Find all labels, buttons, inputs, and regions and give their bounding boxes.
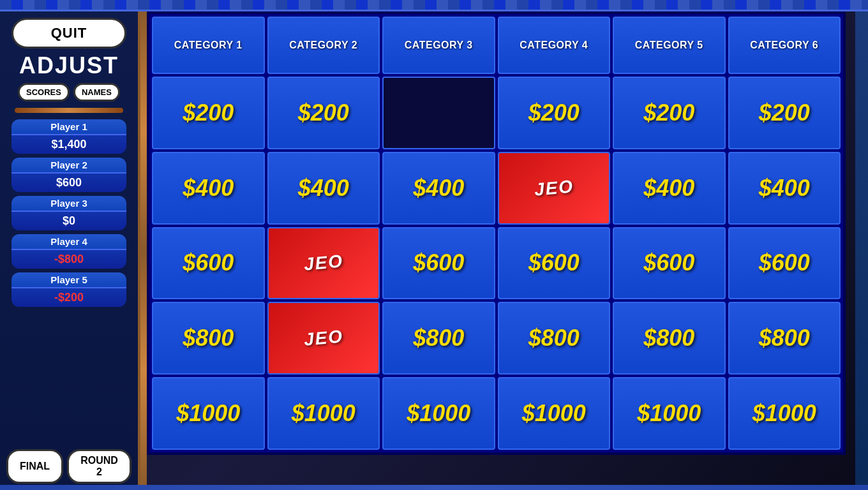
money-value-r1-c4: $200 — [528, 100, 580, 126]
player-3-score: $0 — [11, 211, 126, 230]
jeopardy-logo: JEO — [269, 303, 379, 373]
player-2-name: Player 2 — [11, 158, 126, 172]
quit-button[interactable]: QUIT — [11, 18, 126, 48]
money-value-r3-c5: $600 — [643, 249, 694, 276]
category-text-5: CATEGORY 5 — [635, 39, 703, 52]
category-text-3: CATEGORY 3 — [405, 39, 473, 52]
player-5-score: -$200 — [11, 287, 126, 307]
money-value-r3-c4: $600 — [528, 249, 580, 276]
bottom-strip — [0, 485, 868, 490]
category-text-6: CATEGORY 6 — [750, 39, 818, 52]
right-decoration — [855, 11, 868, 490]
money-cell-r3-c4[interactable]: $600 — [498, 227, 611, 300]
sidebar: QUIT ADJUST SCORES NAMES Player 1 $1,400… — [0, 11, 140, 490]
round2-button[interactable]: ROUND 2 — [67, 449, 131, 484]
player-5-name: Player 5 — [11, 272, 126, 287]
money-cell-r2-c6[interactable]: $400 — [728, 152, 841, 225]
player-card-1[interactable]: Player 1 $1,400 — [11, 119, 126, 154]
jeopardy-logo-text: JEO — [303, 327, 344, 350]
category-text-2: CATEGORY 2 — [289, 39, 357, 52]
money-cell-r1-c1[interactable]: $200 — [152, 77, 265, 149]
money-cell-r5-c4[interactable]: $1000 — [498, 377, 611, 450]
money-value-r5-c4: $1000 — [522, 400, 586, 427]
money-value-r5-c3: $1000 — [407, 400, 470, 427]
scores-button[interactable]: SCORES — [18, 83, 70, 101]
player-4-score: -$800 — [11, 249, 126, 269]
player-4-name: Player 4 — [11, 234, 126, 249]
money-value-r3-c6: $600 — [759, 249, 810, 276]
player-card-3[interactable]: Player 3 $0 — [11, 196, 126, 230]
category-header-5: CATEGORY 5 — [613, 17, 726, 74]
money-value-r5-c5: $1000 — [637, 400, 701, 427]
top-strip — [0, 0, 868, 11]
money-value-r1-c6: $200 — [759, 100, 810, 126]
player-card-5[interactable]: Player 5 -$200 — [11, 272, 126, 307]
money-value-r5-c1: $1000 — [176, 400, 240, 427]
money-cell-r2-c1[interactable]: $400 — [152, 152, 265, 225]
money-cell-r5-c5[interactable]: $1000 — [613, 377, 726, 450]
money-value-r4-c6: $800 — [759, 325, 810, 352]
money-value-r5-c6: $1000 — [752, 400, 816, 427]
money-cell-r4-c3[interactable]: $800 — [382, 302, 495, 375]
money-cell-r4-c4[interactable]: $800 — [498, 302, 611, 375]
money-value-r4-c5: $800 — [643, 325, 694, 352]
money-cell-r1-c2[interactable]: $200 — [267, 77, 380, 149]
money-cell-r2-c2[interactable]: $400 — [267, 152, 380, 225]
money-value-r4-c4: $800 — [528, 325, 580, 352]
jeopardy-logo: JEO — [499, 153, 610, 223]
adjust-label: ADJUST — [19, 52, 119, 79]
category-header-2: CATEGORY 2 — [267, 17, 380, 74]
money-value-r2-c3: $400 — [413, 175, 464, 202]
money-cell-r3-c1[interactable]: $600 — [152, 227, 265, 300]
money-value-r4-c1: $800 — [183, 325, 234, 352]
money-value-r1-c1: $200 — [183, 100, 234, 126]
player-3-name: Player 3 — [11, 196, 126, 211]
money-cell-r5-c1[interactable]: $1000 — [152, 377, 265, 450]
jeopardy-logo-text: JEO — [303, 251, 344, 275]
jeopardy-logo-text: JEO — [533, 176, 574, 200]
player-card-2[interactable]: Player 2 $600 — [11, 158, 126, 192]
money-value-r3-c3: $600 — [413, 249, 464, 276]
category-text-4: CATEGORY 4 — [520, 39, 588, 52]
money-value-r2-c6: $400 — [759, 175, 810, 202]
money-cell-r1-c3[interactable] — [382, 77, 495, 149]
money-cell-r4-c5[interactable]: $800 — [613, 302, 726, 375]
money-cell-r1-c6[interactable]: $200 — [728, 77, 841, 149]
money-cell-r2-c4[interactable]: JEO — [498, 152, 611, 225]
money-cell-r2-c3[interactable]: $400 — [382, 152, 495, 225]
money-value-r2-c2: $400 — [298, 175, 349, 202]
category-header-6: CATEGORY 6 — [728, 17, 841, 74]
player-card-4[interactable]: Player 4 -$800 — [11, 234, 126, 269]
money-cell-r3-c2[interactable]: JEO — [267, 227, 380, 300]
money-value-r5-c2: $1000 — [292, 400, 355, 427]
money-value-r4-c3: $800 — [413, 325, 464, 352]
bottom-nav-row: FINAL ROUND 2 — [6, 449, 131, 484]
money-cell-r5-c6[interactable]: $1000 — [728, 377, 841, 450]
separator-1 — [15, 108, 123, 113]
game-board: CATEGORY 1CATEGORY 2CATEGORY 3CATEGORY 4… — [147, 11, 846, 455]
money-cell-r5-c3[interactable]: $1000 — [382, 377, 495, 450]
money-cell-r1-c5[interactable]: $200 — [613, 77, 726, 149]
category-header-4: CATEGORY 4 — [498, 17, 611, 74]
money-cell-r3-c5[interactable]: $600 — [613, 227, 726, 300]
final-button[interactable]: FINAL — [6, 449, 63, 484]
money-cell-r4-c2[interactable]: JEO — [267, 302, 380, 375]
money-value-r1-c5: $200 — [643, 100, 694, 126]
money-cell-r2-c5[interactable]: $400 — [613, 152, 726, 225]
player-2-score: $600 — [11, 172, 126, 192]
category-header-1: CATEGORY 1 — [152, 17, 265, 74]
money-value-r1-c2: $200 — [298, 100, 349, 126]
money-cell-r4-c6[interactable]: $800 — [728, 302, 841, 375]
money-cell-r5-c2[interactable]: $1000 — [267, 377, 380, 450]
names-button[interactable]: NAMES — [73, 83, 120, 101]
money-cell-r1-c4[interactable]: $200 — [498, 77, 611, 149]
player-1-score: $1,400 — [11, 134, 126, 154]
category-text-1: CATEGORY 1 — [174, 39, 243, 52]
category-header-3: CATEGORY 3 — [382, 17, 495, 74]
money-value-r3-c1: $600 — [183, 249, 234, 276]
money-cell-r3-c6[interactable]: $600 — [728, 227, 841, 300]
money-cell-r3-c3[interactable]: $600 — [382, 227, 495, 300]
jeopardy-logo: JEO — [269, 228, 379, 299]
money-cell-r4-c1[interactable]: $800 — [152, 302, 265, 375]
money-value-r2-c5: $400 — [643, 175, 694, 202]
